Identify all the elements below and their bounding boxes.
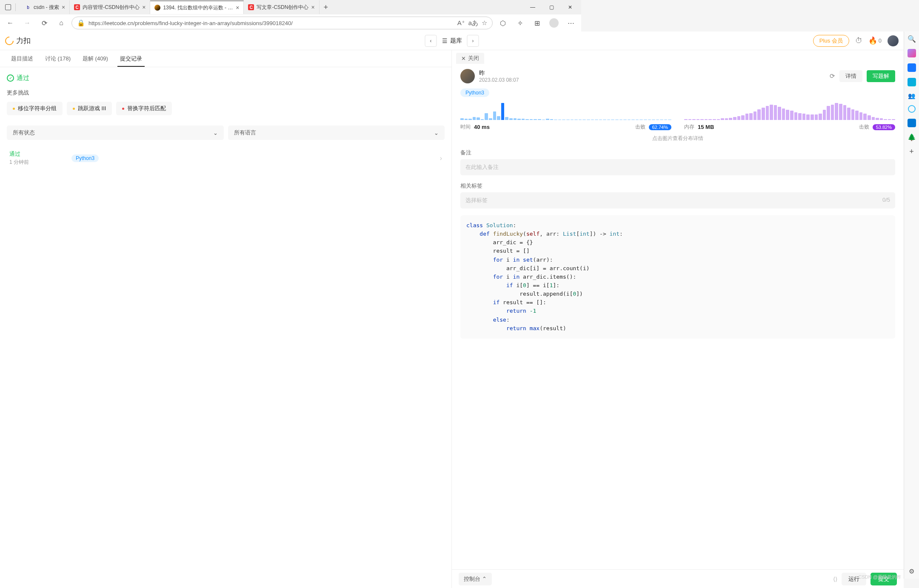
chart-bar — [546, 119, 549, 120]
challenge-chip[interactable]: 跳跃游戏 III — [67, 102, 112, 115]
favorite-icon[interactable]: ☆ — [482, 19, 487, 27]
lock-icon: 🔒 — [77, 19, 85, 27]
chart-bar — [505, 117, 508, 120]
forward-button: → — [20, 16, 34, 30]
left-pane: 题目描述讨论 (178)题解 (409)提交记录 ✓ 通过 更多挑战 移位字符串… — [0, 50, 452, 372]
chart-bar — [566, 120, 570, 120]
menu-button[interactable]: ⋯ — [564, 16, 578, 30]
stats-charts[interactable]: 时间 40 ms 击败 62.74% 内存 15 MB 击败 53.82% — [460, 103, 581, 131]
chart-bar — [489, 118, 492, 120]
tab-strip: bcsdn - 搜索×C内容管理-CSDN创作中心×1394. 找出数组中的幸运… — [0, 0, 581, 14]
problem-list-button[interactable]: ☰ 题库 — [440, 37, 464, 45]
challenge-chips: 移位字符串分组跳跃游戏 III替换字符后匹配 — [7, 102, 445, 115]
submission-language-badge: Python3 — [71, 154, 99, 162]
minimize-button[interactable]: — — [523, 0, 542, 14]
difficulty-dot — [13, 108, 15, 110]
close-tab-button[interactable]: ✕ 关闭 — [456, 53, 484, 64]
problem-tab[interactable]: 题解 (409) — [77, 50, 114, 67]
status-accepted: ✓ 通过 — [7, 74, 445, 82]
next-problem-button[interactable]: › — [467, 35, 479, 47]
chart-bar — [497, 116, 500, 120]
browser-tab[interactable]: C内容管理-CSDN创作中心× — [70, 0, 150, 14]
right-pane: ✕ 关闭 昨 2023.02.03 08:07 ⟳ 详情 写题解 Pyth — [452, 50, 581, 372]
prev-problem-button[interactable]: ‹ — [425, 35, 437, 47]
new-tab-button[interactable]: + — [320, 3, 333, 12]
problem-tab[interactable]: 讨论 (178) — [39, 50, 77, 67]
filter-language-dropdown[interactable]: 所有语言 ⌄ — [228, 126, 445, 140]
chart-bar — [574, 120, 578, 120]
language-pill: Python3 — [460, 88, 489, 97]
chart-bar — [571, 120, 574, 120]
back-button[interactable]: ← — [3, 16, 17, 30]
submission-datetime: 2023.02.03 08:07 — [479, 77, 519, 83]
difficulty-dot — [73, 108, 75, 110]
reader-icon[interactable]: A⁺ — [457, 19, 465, 27]
favorites-icon[interactable]: ✧ — [513, 16, 527, 30]
tab-close-icon[interactable]: × — [142, 4, 146, 11]
translate-icon[interactable]: aあ — [468, 19, 478, 27]
tab-close-icon[interactable]: × — [311, 4, 314, 11]
chart-bar — [509, 118, 513, 120]
address-bar: ← → ⟳ ⌂ 🔒 https://leetcode.cn/problems/f… — [0, 14, 581, 31]
tab-actions-icon[interactable] — [5, 4, 11, 10]
author-avatar[interactable] — [460, 69, 475, 83]
chart-bar — [538, 119, 541, 120]
close-icon: ✕ — [461, 55, 466, 62]
tag-input[interactable]: 选择标签 0/5 — [460, 192, 581, 208]
chart-bar — [525, 119, 529, 120]
chart-bar — [481, 119, 484, 120]
home-button[interactable]: ⌂ — [54, 16, 68, 30]
challenge-chip[interactable]: 移位字符串分组 — [7, 102, 63, 115]
refresh-button[interactable]: ⟳ — [37, 16, 51, 30]
browser-tab[interactable]: C写文章-CSDN创作中心× — [244, 0, 319, 14]
chart-bar — [542, 120, 545, 120]
tab-title: 内容管理-CSDN创作中心 — [83, 4, 140, 11]
browser-tab[interactable]: bcsdn - 搜索× — [21, 0, 70, 14]
chart-bar — [554, 120, 557, 120]
chart-bar — [530, 119, 533, 120]
browser-chrome: bcsdn - 搜索×C内容管理-CSDN创作中心×1394. 找出数组中的幸运… — [0, 0, 581, 32]
code-block[interactable]: class Solution: def findLucky(self, arr:… — [460, 215, 581, 339]
filter-status-dropdown[interactable]: 所有状态 ⌄ — [7, 126, 224, 140]
note-label: 备注 — [460, 149, 581, 157]
submission-row[interactable]: 通过 1 分钟前 Python3 › — [7, 145, 445, 171]
browser-tab[interactable]: 1394. 找出数组中的幸运数 - 力扣× — [150, 0, 244, 14]
maximize-button[interactable]: ▢ — [542, 0, 561, 14]
csdn-favicon-icon: C — [248, 4, 254, 10]
chevron-down-icon: ⌄ — [434, 130, 439, 136]
extensions-icon[interactable]: ⬡ — [496, 16, 510, 30]
chart-bar — [550, 119, 554, 120]
chart-bar — [473, 117, 476, 120]
chart-bar — [579, 120, 581, 120]
chart-bar — [460, 118, 464, 120]
close-window-button[interactable]: ✕ — [561, 0, 579, 14]
url-input[interactable]: 🔒 https://leetcode.cn/problems/find-luck… — [71, 17, 493, 29]
chart-bar — [493, 111, 497, 120]
more-challenges-title: 更多挑战 — [7, 89, 445, 97]
tab-close-icon[interactable]: × — [236, 4, 239, 11]
chart-bar — [534, 119, 537, 120]
url-text: https://leetcode.cn/problems/find-lucky-… — [88, 20, 454, 26]
chart-bar — [501, 103, 505, 120]
chevron-right-icon: › — [440, 154, 442, 162]
leetcode-favicon-icon — [154, 5, 160, 11]
profile-avatar[interactable] — [547, 16, 561, 30]
problem-tab[interactable]: 提交记录 — [114, 50, 148, 67]
difficulty-dot — [122, 108, 124, 110]
window-controls: — ▢ ✕ — [523, 0, 579, 14]
chart-bar — [465, 119, 468, 120]
chart-bar — [562, 120, 565, 120]
chevron-down-icon: ⌄ — [213, 130, 218, 136]
collections-icon[interactable]: ⊞ — [530, 16, 544, 30]
challenge-chip[interactable]: 替换字符后匹配 — [116, 102, 172, 115]
time-chart[interactable]: 时间 40 ms 击败 62.74% — [460, 103, 581, 131]
leetcode-logo[interactable]: 力扣 — [5, 36, 31, 46]
tab-title: 写文章-CSDN创作中心 — [257, 4, 308, 11]
check-icon: ✓ — [7, 74, 14, 82]
chart-hint: 点击图片查看分布详情 — [460, 135, 581, 142]
chart-bar — [514, 118, 517, 120]
note-input[interactable]: 在此输入备注 — [460, 159, 581, 175]
problem-tab[interactable]: 题目描述 — [5, 50, 39, 67]
tab-close-icon[interactable]: × — [62, 4, 65, 11]
tag-label: 相关标签 — [460, 182, 581, 190]
